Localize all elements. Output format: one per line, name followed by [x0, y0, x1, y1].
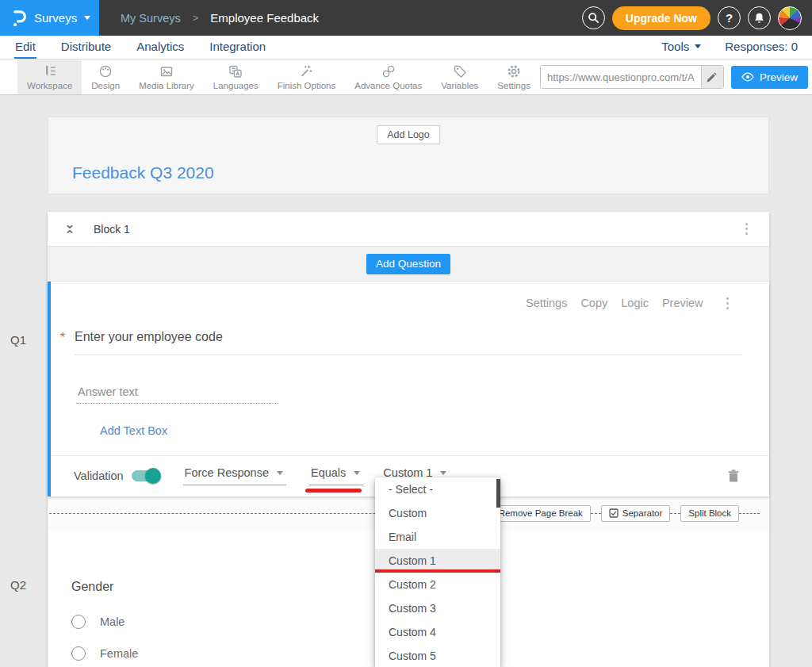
block-header: Block 1	[48, 212, 769, 247]
question-card-q1: Settings Copy Logic Preview * Enter your…	[48, 282, 769, 496]
toggle-knob	[145, 468, 161, 484]
workspace-icon	[42, 63, 58, 79]
survey-title[interactable]: Feedback Q3 2020	[72, 163, 214, 182]
add-logo-button[interactable]: Add Logo	[377, 125, 440, 144]
editor-toolbar: Workspace Design Media Library Languages…	[0, 59, 812, 95]
finish-options-icon	[298, 63, 314, 79]
chevron-down-icon	[440, 471, 446, 475]
bell-icon	[753, 12, 765, 25]
surveys-product-menu[interactable]: Surveys	[0, 0, 99, 36]
tab-analytics[interactable]: Analytics	[136, 36, 185, 59]
tools-label: Tools	[661, 40, 689, 53]
toolbar-item-finish-options[interactable]: Finish Options	[268, 59, 346, 94]
menu-item-custom-3[interactable]: Custom 3	[375, 596, 500, 620]
avatar[interactable]	[778, 6, 802, 30]
separator-button[interactable]: Separator	[601, 505, 671, 522]
question-kebab-menu-icon[interactable]	[724, 293, 732, 314]
checkbox-checked-icon	[609, 508, 619, 518]
upgrade-now-button[interactable]: Upgrade Now	[612, 6, 710, 30]
toolbar-item-design[interactable]: Design	[82, 59, 129, 94]
notifications-button[interactable]	[748, 6, 771, 29]
tab-bar-right: Tools Responses: 0	[661, 40, 798, 59]
radio-button-female[interactable]	[71, 646, 86, 661]
toolbar-item-languages[interactable]: Languages	[204, 59, 268, 94]
surveys-menu-label: Surveys	[34, 11, 77, 25]
required-marker: *	[60, 330, 75, 355]
menu-item-custom-1[interactable]: Custom 1	[375, 549, 500, 573]
edit-url-button[interactable]	[701, 66, 723, 88]
collapse-block-button[interactable]	[64, 223, 75, 236]
tab-integration[interactable]: Integration	[209, 36, 266, 59]
question-actions: Settings Copy Logic Preview	[51, 282, 769, 314]
survey-tab-bar: Edit Distribute Analytics Integration To…	[0, 36, 812, 59]
answer-text-input[interactable]	[76, 384, 278, 404]
block-title: Block 1	[94, 223, 130, 236]
force-response-dropdown[interactable]: Force Response	[183, 466, 286, 485]
search-icon	[588, 12, 599, 24]
languages-icon	[228, 63, 243, 79]
survey-url-input[interactable]	[541, 66, 701, 88]
preview-button[interactable]: Preview	[731, 66, 808, 89]
tools-menu[interactable]: Tools	[661, 40, 701, 53]
menu-item-custom-5[interactable]: Custom 5	[375, 644, 500, 667]
radio-button-male[interactable]	[71, 615, 86, 629]
survey-url-group	[540, 65, 724, 89]
operator-dropdown[interactable]: Equals	[309, 466, 363, 485]
breadcrumb-my-surveys[interactable]: My Surveys	[121, 12, 181, 25]
media-library-icon	[159, 63, 174, 79]
chevron-down-icon	[84, 16, 90, 20]
help-button[interactable]: ?	[718, 6, 741, 29]
question-preview-link[interactable]: Preview	[662, 297, 703, 309]
block-kebab-menu-icon[interactable]	[743, 218, 751, 240]
advance-quotas-icon	[381, 63, 396, 79]
toolbar-item-settings[interactable]: Settings	[488, 59, 540, 94]
tab-distribute[interactable]: Distribute	[60, 36, 112, 59]
question-number-q1: Q1	[10, 333, 26, 347]
responses-count: Responses: 0	[725, 40, 798, 53]
question-number-q2: Q2	[10, 578, 26, 592]
split-block-button[interactable]: Split Block	[680, 505, 739, 522]
chevron-down-icon	[354, 471, 360, 475]
design-icon	[98, 63, 113, 79]
trash-icon	[728, 470, 739, 482]
pencil-icon	[707, 71, 718, 82]
toolbar-item-advance-quotas[interactable]: Advance Quotas	[345, 59, 431, 94]
questionpro-logo-icon	[10, 9, 27, 28]
help-icon: ?	[726, 11, 733, 25]
settings-icon	[506, 63, 522, 79]
question-settings-link[interactable]: Settings	[526, 297, 567, 309]
question-text-row: * Enter your employee code	[60, 330, 742, 355]
menu-item-custom[interactable]: Custom	[375, 501, 500, 525]
add-question-strip: Add Question	[48, 247, 769, 282]
tab-edit[interactable]: Edit	[14, 36, 36, 59]
validation-toggle[interactable]	[132, 470, 159, 481]
breadcrumb-separator: >	[193, 12, 199, 24]
search-button[interactable]	[582, 6, 605, 29]
toolbar-item-media-library[interactable]: Media Library	[129, 59, 204, 94]
survey-header-card: Add Logo Feedback Q3 2020	[48, 117, 769, 194]
menu-scrollbar[interactable]	[496, 479, 500, 508]
question-copy-link[interactable]: Copy	[580, 297, 607, 309]
menu-item-custom-4[interactable]: Custom 4	[375, 620, 500, 644]
question-text[interactable]: Enter your employee code	[75, 330, 742, 355]
validation-value-menu: - Select - Custom Email Custom 1 Custom …	[375, 477, 500, 667]
question-logic-link[interactable]: Logic	[621, 297, 649, 309]
add-text-box-link[interactable]: Add Text Box	[100, 424, 167, 437]
breadcrumb-current-survey: Employee Feedback	[210, 11, 319, 25]
toolbar-item-variables[interactable]: Variables	[431, 59, 488, 94]
toolbar-item-workspace[interactable]: Workspace	[17, 59, 82, 94]
add-question-button[interactable]: Add Question	[366, 254, 450, 274]
chevron-down-icon	[695, 44, 701, 48]
menu-item-email[interactable]: Email	[375, 525, 500, 549]
collapse-vertical-icon	[64, 223, 75, 236]
header-actions: Upgrade Now ?	[582, 0, 812, 36]
breadcrumb: My Surveys > Employee Feedback	[121, 0, 319, 36]
variables-icon	[452, 63, 468, 79]
menu-item-custom-2[interactable]: Custom 2	[375, 573, 500, 596]
menu-item-select[interactable]: - Select -	[375, 477, 500, 501]
eye-icon	[741, 72, 754, 82]
delete-validation-button[interactable]	[728, 470, 739, 482]
top-header: Surveys My Surveys > Employee Feedback U…	[0, 0, 812, 36]
chevron-down-icon	[277, 471, 283, 475]
validation-label: Validation	[74, 470, 124, 482]
